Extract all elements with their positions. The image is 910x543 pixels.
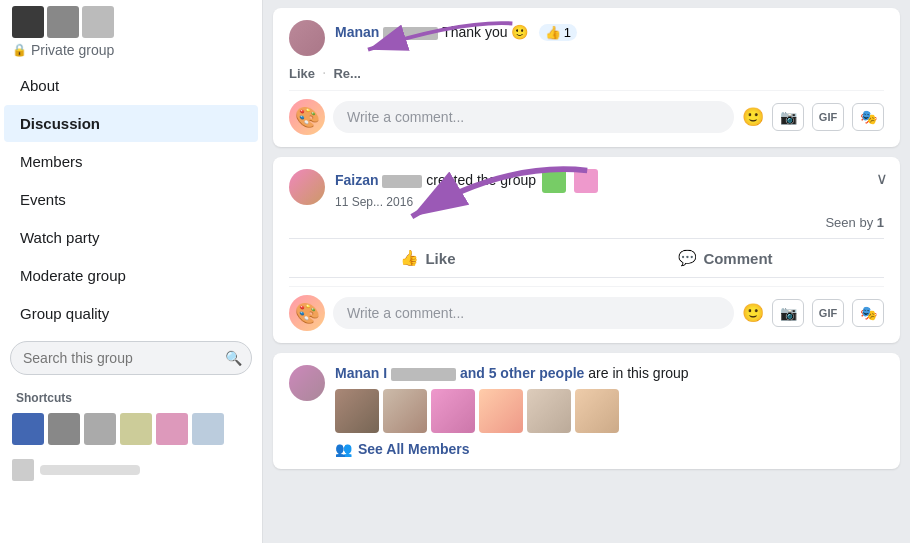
comment-row-2: 🎨 Write a comment... 🙂 📷 GIF 🎭 bbox=[289, 286, 884, 331]
shortcut-1[interactable] bbox=[12, 413, 44, 445]
shortcut-6[interactable] bbox=[192, 413, 224, 445]
private-group-row: 🔒 Private group bbox=[0, 40, 262, 66]
post-1-avatar bbox=[289, 20, 325, 56]
seen-by-row: Seen by 1 bbox=[289, 215, 884, 230]
shortcut-2[interactable] bbox=[48, 413, 80, 445]
member-av-1 bbox=[335, 389, 379, 433]
reaction-badge-1: 👍 1 bbox=[539, 24, 577, 41]
sidebar-item-about[interactable]: About bbox=[4, 67, 258, 104]
like-icon: 👍 bbox=[400, 249, 419, 267]
shortcut-5[interactable] bbox=[156, 413, 188, 445]
comment-row-1: 🎨 Write a comment... 🙂 📷 GIF 🎭 bbox=[289, 90, 884, 135]
emoji-icon-2[interactable]: 🙂 bbox=[742, 302, 764, 324]
sidebar-item-moderate-group[interactable]: Moderate group bbox=[4, 257, 258, 294]
like-action-1[interactable]: Like bbox=[289, 66, 315, 81]
post-card-3: Manan I and 5 other people are in this g… bbox=[273, 353, 900, 469]
comment-icons-2: 🙂 📷 GIF 🎭 bbox=[742, 299, 884, 327]
gif-icon-2[interactable]: GIF bbox=[812, 299, 844, 327]
post-2-text: Faizan created the group bbox=[335, 169, 884, 193]
sidebar-item-events[interactable]: Events bbox=[4, 181, 258, 218]
post-2-expand[interactable]: ∨ bbox=[876, 169, 888, 188]
sidebar-item-group-quality[interactable]: Group quality bbox=[4, 295, 258, 332]
camera-icon-2[interactable]: 📷 bbox=[772, 299, 804, 327]
post-3-row: Manan I and 5 other people are in this g… bbox=[289, 365, 884, 457]
member-av-6 bbox=[575, 389, 619, 433]
post-3-avatar bbox=[289, 365, 325, 401]
member-avatars bbox=[335, 389, 884, 433]
comment-icons-1: 🙂 📷 GIF 🎭 bbox=[742, 103, 884, 131]
other-people-link[interactable]: and 5 other people bbox=[460, 365, 584, 381]
search-group-input[interactable] bbox=[10, 341, 252, 375]
post-3-blur bbox=[391, 368, 456, 381]
sticker-icon-2[interactable]: 🎭 bbox=[852, 299, 884, 327]
comment-avatar-2: 🎨 bbox=[289, 295, 325, 331]
comment-input-2[interactable]: Write a comment... bbox=[333, 297, 734, 329]
comment-avatar-1: 🎨 bbox=[289, 99, 325, 135]
private-group-label: Private group bbox=[31, 42, 114, 58]
main-content: Manan Thank you 🙂 👍 1 Like · Re... 🎨 Wri… bbox=[263, 0, 910, 543]
shortcut-4[interactable] bbox=[120, 413, 152, 445]
post-1-text: Thank you 🙂 bbox=[442, 24, 528, 40]
shortcuts-row bbox=[0, 409, 262, 453]
group-avatar-2 bbox=[47, 6, 79, 38]
post-2-content: Faizan created the group 11 Sep... 2016 bbox=[335, 169, 884, 209]
sidebar-item-discussion[interactable]: Discussion bbox=[4, 105, 258, 142]
shortcut-3[interactable] bbox=[84, 413, 116, 445]
post-2-group-icon bbox=[542, 169, 566, 193]
lock-icon: 🔒 bbox=[12, 43, 27, 57]
post-2-group-icon2 bbox=[574, 169, 598, 193]
post-1-actions: Like · Re... bbox=[289, 64, 884, 82]
sidebar-nav: About Discussion Members Events Watch pa… bbox=[0, 66, 262, 333]
post-card-2: ∨ Faizan created the group 11 Sep... 201… bbox=[273, 157, 900, 343]
shortcuts-label: Shortcuts bbox=[0, 383, 262, 409]
post-2-avatar bbox=[289, 169, 325, 205]
sidebar-item-watch-party[interactable]: Watch party bbox=[4, 219, 258, 256]
member-av-5 bbox=[527, 389, 571, 433]
post-2-row: Faizan created the group 11 Sep... 2016 bbox=[289, 169, 884, 209]
emoji-icon-1[interactable]: 🙂 bbox=[742, 106, 764, 128]
sidebar-item-members[interactable]: Members bbox=[4, 143, 258, 180]
group-avatar-row bbox=[0, 0, 262, 40]
post-1-name-blur bbox=[383, 27, 438, 40]
post-1-author: Manan bbox=[335, 24, 442, 40]
post-3-author[interactable]: Manan I bbox=[335, 365, 387, 381]
post-3-text: Manan I and 5 other people are in this g… bbox=[335, 365, 884, 381]
sidebar: 🔒 Private group About Discussion Members… bbox=[0, 0, 263, 543]
bottom-line bbox=[40, 465, 140, 475]
search-group-container: 🔍 bbox=[10, 341, 252, 375]
like-button[interactable]: 👍 Like bbox=[376, 245, 479, 271]
post-1-content: Manan Thank you 🙂 👍 1 bbox=[335, 20, 884, 41]
group-avatar-1 bbox=[12, 6, 44, 38]
comment-input-1[interactable]: Write a comment... bbox=[333, 101, 734, 133]
search-group-button[interactable]: 🔍 bbox=[225, 350, 242, 366]
comment-icon: 💬 bbox=[678, 249, 697, 267]
sidebar-bottom-item bbox=[0, 453, 262, 487]
sticker-icon-1[interactable]: 🎭 bbox=[852, 103, 884, 131]
group-avatar-3 bbox=[82, 6, 114, 38]
seen-by-count[interactable]: 1 bbox=[877, 215, 884, 230]
comment-button[interactable]: 💬 Comment bbox=[654, 245, 796, 271]
bottom-avatar bbox=[12, 459, 34, 481]
members-icon: 👥 bbox=[335, 441, 352, 457]
like-comment-bar: 👍 Like 💬 Comment bbox=[289, 238, 884, 278]
see-all-members-link[interactable]: 👥 See All Members bbox=[335, 441, 884, 457]
post-2-name-blur bbox=[382, 175, 422, 188]
post-2-author[interactable]: Faizan bbox=[335, 172, 379, 188]
post-card-1: Manan Thank you 🙂 👍 1 Like · Re... 🎨 Wri… bbox=[273, 8, 900, 147]
member-av-4 bbox=[479, 389, 523, 433]
post-row-1: Manan Thank you 🙂 👍 1 bbox=[289, 20, 884, 56]
member-av-3 bbox=[431, 389, 475, 433]
gif-icon-1[interactable]: GIF bbox=[812, 103, 844, 131]
post-3-content: Manan I and 5 other people are in this g… bbox=[335, 365, 884, 457]
post-2-timestamp: 11 Sep... 2016 bbox=[335, 195, 884, 209]
member-av-2 bbox=[383, 389, 427, 433]
camera-icon-1[interactable]: 📷 bbox=[772, 103, 804, 131]
reply-action-1[interactable]: Re... bbox=[333, 66, 360, 81]
